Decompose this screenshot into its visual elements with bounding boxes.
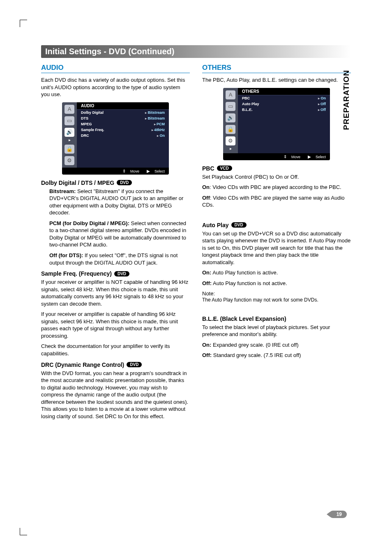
menu-value: Bitstream	[145, 111, 165, 115]
ble-on: On: Expanded grey scale. (0 IRE cut off)	[202, 341, 351, 349]
menu-label: DRC	[81, 134, 157, 138]
menu-title: AUDIO	[77, 102, 169, 110]
audio-intro: Each DVD disc has a variety of audio out…	[41, 76, 190, 98]
menu-row: B.L.E.Off	[238, 107, 330, 113]
right-column: OTHERS The PBC, Auto Play, and B.L.E. se…	[202, 64, 351, 423]
samplefreq-p1: If your receiver or amplifier is NOT cap…	[41, 279, 190, 307]
menu-footer: ⇕ Move ▶ Select	[223, 153, 330, 160]
footer-move: Move	[291, 155, 300, 159]
audio-icon: 🔊	[65, 128, 74, 137]
pbc-p1: Set Playback Control (PBC) to On or Off.	[202, 173, 351, 181]
active-arrow-icon: ▸	[69, 138, 71, 142]
others-title: OTHERS	[202, 64, 351, 73]
subtitle-text: DRC (Dynamic Range Control)	[41, 362, 124, 368]
display-icon: ▭	[226, 102, 235, 111]
drc-p1: With the DVD format, you can hear a prog…	[41, 370, 190, 420]
menu-label: Auto Play	[242, 102, 318, 106]
ble-off: Off: Standard grey scale. (7.5 IRE cut o…	[202, 352, 351, 359]
menu-row: DTSBitstream	[77, 115, 169, 121]
autoplay-subtitle: Auto Play DVD	[202, 222, 351, 228]
note-text: The Auto Play function may not work for …	[202, 297, 351, 303]
menu-value: On	[157, 134, 165, 138]
crop-mark-top-left	[20, 20, 27, 27]
dolby-subtitle: Dolby Digital / DTS / MPEG DVD	[41, 180, 190, 186]
subtitle-text: Sample Freq. (Frequency)	[41, 270, 112, 277]
autoplay-p1: You can set up the DVD+VCR so a DVD disc…	[202, 230, 351, 266]
footer-select: Select	[316, 155, 326, 159]
dvd-pill: DVD	[127, 362, 142, 367]
pbc-subtitle: PBC VCD	[202, 165, 351, 172]
menu-value: Bitstream	[145, 116, 165, 120]
footer-select: Select	[154, 169, 165, 173]
menu-row: DRCOn	[77, 133, 169, 138]
menu-label: DTS	[81, 116, 145, 120]
menu-row: Dolby DigitalBitstream	[77, 110, 169, 115]
dvd-pill: DVD	[114, 271, 129, 276]
menu-icon-strip: A ▭ 🔊 ▸ 🔒 ⚙	[62, 102, 77, 168]
dvd-pill: DVD	[231, 222, 247, 228]
lock-icon: 🔒	[226, 125, 235, 134]
menu-label: PBC	[242, 96, 318, 100]
menu-value: Off	[318, 102, 326, 106]
menu-icon-strip: A ▭ 🔊 🔒 ⚙ ▸	[223, 88, 238, 153]
ble-p1: To select the black level of playback pi…	[202, 324, 351, 338]
menu-row: Sample Freq.48kHz	[77, 127, 169, 133]
page-number-badge: 19	[329, 511, 347, 518]
left-column: AUDIO Each DVD disc has a variety of aud…	[41, 64, 190, 423]
vcd-pill: VCD	[217, 166, 232, 171]
crop-mark-bottom-left	[20, 528, 27, 535]
subtitle-text: Dolby Digital / DTS / MPEG	[41, 180, 114, 186]
samplefreq-p3: Check the documentation for your amplifi…	[41, 343, 190, 357]
menu-label: Sample Freq.	[81, 128, 152, 132]
audio-title: AUDIO	[41, 64, 190, 73]
menu-row: MPEGPCM	[77, 121, 169, 127]
active-arrow-icon: ▸	[230, 146, 232, 151]
display-icon: ▭	[65, 116, 74, 125]
autoplay-on: On: Auto Play function is active.	[202, 269, 351, 276]
menu-row: PBCOn	[238, 95, 330, 101]
language-icon: A	[226, 90, 235, 99]
menu-footer: ⇕ Move ▶ Select	[62, 168, 169, 175]
audio-icon: 🔊	[226, 113, 235, 122]
samplefreq-subtitle: Sample Freq. (Frequency) DVD	[41, 270, 190, 277]
samplefreq-p2: If your receiver or amplifier is capable…	[41, 311, 190, 339]
subtitle-text: B.L.E. (Black Level Expansion)	[202, 315, 286, 322]
menu-label: MPEG	[81, 122, 154, 126]
menu-label: Dolby Digital	[81, 111, 145, 115]
others-intro: The PBC, Auto Play, and B.L.E. settings …	[202, 76, 351, 84]
footer-move: Move	[130, 169, 139, 173]
note-label: Note:	[202, 290, 351, 297]
off-dts-para: Off (for DTS): If you select "Off", the …	[49, 252, 190, 266]
language-icon: A	[65, 105, 74, 114]
drc-subtitle: DRC (Dynamic Range Control) DVD	[41, 362, 190, 368]
menu-value: 48kHz	[152, 128, 165, 132]
dvd-pill: DVD	[117, 180, 132, 185]
two-columns: AUDIO Each DVD disc has a variety of aud…	[41, 64, 351, 423]
pbc-on: On: Video CDs with PBC are played accord…	[202, 184, 351, 191]
ble-subtitle: B.L.E. (Black Level Expansion)	[202, 315, 351, 322]
audio-menu-screenshot: A ▭ 🔊 ▸ 🔒 ⚙ AUDIO Dolby DigitalBitstream…	[62, 102, 169, 175]
menu-value: Off	[318, 108, 326, 112]
lock-icon: 🔒	[65, 145, 74, 154]
menu-label: B.L.E.	[242, 108, 318, 112]
menu-value: PCM	[154, 122, 165, 126]
autoplay-off: Off: Auto Play function is not active.	[202, 280, 351, 287]
pbc-off: Off: Video CDs with PBC are played the s…	[202, 194, 351, 209]
subtitle-text: Auto Play	[202, 222, 229, 228]
others-icon: ⚙	[65, 156, 74, 165]
bitstream-para: Bitstream: Select "Bitstream" if you con…	[49, 188, 190, 216]
pcm-para: PCM (for Dolby Digital / MPEG): Select w…	[49, 220, 190, 249]
menu-title: OTHERS	[238, 88, 330, 95]
menu-row: Auto PlayOff	[238, 101, 330, 107]
header-bar: Initial Settings - DVD (Continued)	[41, 45, 351, 58]
menu-value: On	[318, 96, 326, 100]
subtitle-text: PBC	[202, 165, 214, 172]
others-icon: ⚙	[226, 136, 235, 145]
others-menu-screenshot: A ▭ 🔊 🔒 ⚙ ▸ OTHERS PBCOn Auto PlayOff B.…	[223, 88, 330, 160]
page-content: Initial Settings - DVD (Continued) AUDIO…	[41, 45, 351, 423]
